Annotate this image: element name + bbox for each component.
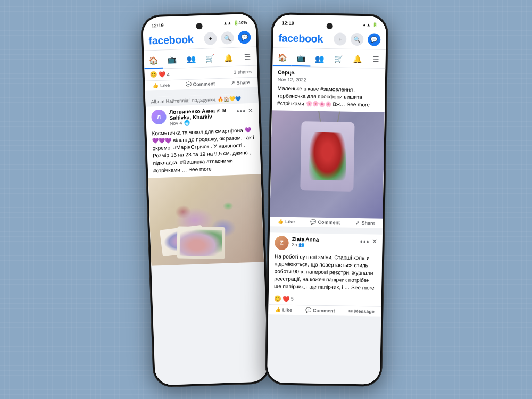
post-text-content: Косметичка та чохол для смартфона 💜💜💜💜 в… xyxy=(152,127,254,173)
nav-video-left[interactable]: 📺 xyxy=(163,52,182,68)
nav-marketplace-left[interactable]: 🛒 xyxy=(200,51,219,67)
like-btn-zlata[interactable]: 👍 Like xyxy=(275,307,292,313)
partial-desc: Маленьке цікаве #замовлення : торбиночка… xyxy=(277,85,380,109)
like-icon-r: 👍 xyxy=(278,219,284,224)
like-btn-top-left[interactable]: 👍 Like xyxy=(153,82,170,88)
messenger-button-right[interactable]: 💬 xyxy=(368,33,380,46)
plus-button-right[interactable]: + xyxy=(334,32,346,45)
nav-marketplace-right[interactable]: 🛒 xyxy=(329,51,348,68)
more-options-zlata[interactable]: ••• xyxy=(360,237,370,246)
audience-icon-zlata: 👥 xyxy=(298,242,304,247)
fb-logo-right: facebook xyxy=(278,32,323,45)
message-btn-zlata[interactable]: ✉ Message xyxy=(348,308,375,314)
comment-label-r: Comment xyxy=(318,219,340,225)
post-image-left xyxy=(148,174,264,265)
reaction-count: 4 xyxy=(167,72,170,77)
heart-emoji: ❤️ xyxy=(159,71,166,78)
signal-icon: ▲▲ xyxy=(362,22,371,27)
screen-left: 12:19 ▲▲ 🔋40% facebook + 🔍 💬 🏠 📺 👥 🛒 🔔 ☰ xyxy=(143,14,268,386)
post-text-left: Косметичка та чохол для смартфона 💜💜💜💜 в… xyxy=(146,126,261,178)
avatar-left: Л xyxy=(151,109,167,124)
nav-tabs-right: 🏠 📺 👥 🛒 🔔 ☰ xyxy=(272,48,386,69)
post-meta-left: Логвиненко Анна is at Saltivka, Kharkiv … xyxy=(169,107,234,126)
comment-btn-top-left[interactable]: 💬 Comment xyxy=(186,81,215,87)
fb-header-icons-right: + 🔍 💬 xyxy=(334,32,380,46)
message-label-zlata: Message xyxy=(354,309,375,314)
post-text-content-zlata: На роботі суттєві зміни. Старші колеги п… xyxy=(274,253,375,290)
action-buttons-zlata: 👍 Like 💬 Comment ✉ Message xyxy=(268,305,381,317)
comment-label: Comment xyxy=(193,81,215,87)
phone-left: 12:19 ▲▲ 🔋40% facebook + 🔍 💬 🏠 📺 👥 🛒 🔔 ☰ xyxy=(140,11,270,387)
feed-left: 😊 ❤️ 4 3 shares 👍 Like 💬 Comment xyxy=(144,65,268,385)
post-card-main-left: Album Найтепліші подарунки. 🔥🏠💛💙 Л Логви… xyxy=(145,93,264,265)
post-header-right-zlata: ••• ✕ xyxy=(360,237,377,246)
post-image-right-top xyxy=(270,110,384,219)
comment-label-zlata: Comment xyxy=(313,307,335,313)
post-header-right-left: ••• ✕ xyxy=(236,106,253,115)
share-icon-r: ↗ xyxy=(355,220,360,226)
battery-icon-right: 🔋 xyxy=(372,22,378,27)
fb-logo-left: facebook xyxy=(148,33,194,47)
status-icons-right: ▲▲ 🔋 xyxy=(362,22,378,28)
messenger-button-left[interactable]: 💬 xyxy=(238,31,251,44)
nav-menu-left[interactable]: ☰ xyxy=(238,49,257,65)
nav-notifications-left[interactable]: 🔔 xyxy=(219,50,238,66)
nav-video-right[interactable]: 📺 xyxy=(292,51,311,67)
nav-home-left[interactable]: 🏠 xyxy=(144,53,163,69)
close-post-zlata[interactable]: ✕ xyxy=(372,238,377,245)
share-btn-right-top[interactable]: ↗ Share xyxy=(355,220,375,226)
comment-btn-right-top[interactable]: 💬 Comment xyxy=(310,219,340,225)
author-is-at: is at xyxy=(217,107,227,114)
feed-right: Серце. Nov 12, 2022 Маленьке цікаве #зам… xyxy=(267,66,385,385)
post-header-zlata: Z Zlata Anna 3h 👥 ••• ✕ xyxy=(269,232,383,255)
avatar-zlata: Z xyxy=(275,236,288,250)
wifi-icon: ▲▲ xyxy=(223,21,231,26)
heart-emoji-zlata: ❤️ xyxy=(282,295,290,302)
like-icon: 👍 xyxy=(153,83,159,88)
action-buttons-right-top: 👍 Like 💬 Comment ↗ Share xyxy=(270,217,383,228)
like-btn-right-top[interactable]: 👍 Like xyxy=(278,219,295,225)
share-label: Share xyxy=(236,80,250,86)
shares-count: 3 shares xyxy=(234,69,252,74)
plus-button-left[interactable]: + xyxy=(204,32,217,45)
search-button-left[interactable]: 🔍 xyxy=(221,31,234,45)
album-text: Album Найтепліші подарунки. 🔥🏠💛💙 xyxy=(151,96,241,105)
time-left: 12:19 xyxy=(151,23,163,29)
nav-home-right[interactable]: 🏠 xyxy=(272,50,292,66)
reactions-left: 😊 ❤️ 4 xyxy=(150,71,170,78)
like-label: Like xyxy=(160,82,170,88)
post-time-zlata: 3h xyxy=(292,242,297,247)
like-emoji: 😊 xyxy=(150,71,157,78)
comment-btn-zlata[interactable]: 💬 Comment xyxy=(305,307,335,313)
post-card-zlata: Z Zlata Anna 3h 👥 ••• ✕ Н xyxy=(268,232,383,317)
nav-friends-left[interactable]: 👥 xyxy=(181,51,201,68)
partial-post-top-right: Серце. Nov 12, 2022 Маленьке цікаве #зам… xyxy=(270,66,385,228)
post-header-left: Л Логвиненко Анна is at Saltivka, Kharki… xyxy=(146,103,259,130)
search-button-right[interactable]: 🔍 xyxy=(351,33,363,46)
nav-notifications-right[interactable]: 🔔 xyxy=(348,52,367,68)
share-btn-top-left[interactable]: ↗ Share xyxy=(230,80,250,86)
like-label-zlata: Like xyxy=(282,307,292,312)
fb-header-icons-left: + 🔍 💬 xyxy=(204,31,251,45)
partial-post-text: Серце. Nov 12, 2022 Маленьке цікаве #зам… xyxy=(272,66,385,112)
reaction-emoji-zlata: 😊 xyxy=(274,295,281,302)
nav-friends-right[interactable]: 👥 xyxy=(310,51,329,67)
phone-right: 12:19 ▲▲ 🔋 facebook + 🔍 💬 🏠 📺 👥 🛒 🔔 ☰ xyxy=(265,12,388,387)
globe-icon-left: 🌐 xyxy=(184,120,189,126)
time-right: 12:19 xyxy=(282,20,294,26)
comment-icon-zlata: 💬 xyxy=(305,307,311,313)
like-icon-zlata: 👍 xyxy=(275,307,281,312)
nav-menu-right[interactable]: ☰ xyxy=(367,52,386,68)
comment-icon: 💬 xyxy=(186,82,192,87)
status-icons-left: ▲▲ 🔋40% xyxy=(223,20,247,26)
post-card-top-left: 😊 ❤️ 4 3 shares 👍 Like 💬 Comment xyxy=(144,65,257,90)
post-meta-zlata: Zlata Anna 3h 👥 xyxy=(292,236,357,248)
battery-icon: 🔋40% xyxy=(233,20,247,26)
more-options-btn[interactable]: ••• xyxy=(236,106,246,115)
share-icon: ↗ xyxy=(230,80,235,86)
share-label-r: Share xyxy=(361,220,375,226)
post-date-zlata: 3h 👥 xyxy=(292,242,356,248)
comment-icon-r: 💬 xyxy=(310,219,316,225)
partial-date: Nov 12, 2022 xyxy=(278,76,380,85)
close-post-btn[interactable]: ✕ xyxy=(248,107,253,114)
